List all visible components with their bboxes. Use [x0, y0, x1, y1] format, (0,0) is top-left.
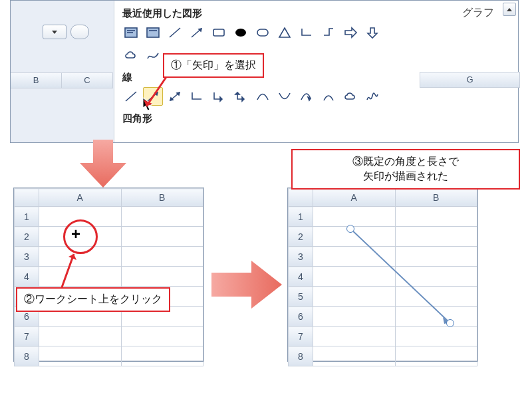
cloud-icon[interactable] — [121, 46, 141, 65]
col-a[interactable]: A — [313, 189, 396, 207]
rect-icon[interactable] — [209, 23, 229, 42]
grid-before[interactable]: A B 1 2 3 4 5 6 7 8 — [14, 188, 203, 366]
callout-3: ③既定の角度と長さで矢印が描画された — [291, 149, 520, 190]
row-8[interactable]: 8 — [289, 346, 313, 366]
elbow-both-icon[interactable] — [231, 87, 251, 106]
quick-dropdown[interactable] — [43, 25, 66, 39]
row-2[interactable]: 2 — [15, 227, 39, 247]
line2-icon[interactable] — [121, 87, 141, 106]
svg-marker-11 — [279, 28, 290, 37]
triangle-icon[interactable] — [275, 23, 295, 42]
crosshair-cursor: + — [71, 225, 80, 243]
elbow2-icon[interactable] — [319, 23, 338, 42]
svg-line-28 — [62, 254, 74, 287]
row-7[interactable]: 7 — [15, 327, 39, 346]
elbow-icon[interactable] — [297, 23, 317, 42]
svg-line-5 — [170, 28, 180, 37]
curve1-icon[interactable] — [253, 87, 273, 106]
elbow3-icon[interactable] — [187, 87, 207, 106]
scribble-icon[interactable] — [362, 87, 382, 106]
textbox2-icon[interactable] — [143, 23, 163, 42]
svg-rect-3 — [147, 28, 159, 37]
svg-line-14 — [126, 92, 136, 101]
svg-rect-8 — [213, 29, 224, 36]
line-icon[interactable] — [165, 23, 185, 42]
lines-row — [121, 86, 511, 108]
sheet-header-peek: B C — [11, 72, 113, 88]
row-5[interactable]: 5 — [289, 287, 313, 307]
group-recent: 最近使用した図形 — [121, 3, 511, 22]
svg-point-9 — [235, 29, 246, 37]
svg-marker-27 — [80, 140, 126, 188]
curve-arrow-icon[interactable] — [297, 87, 317, 106]
process-arrow-down — [76, 140, 130, 190]
worksheet-before: A B 1 2 3 4 5 6 7 8 — [13, 188, 204, 362]
recent-shapes-row — [121, 22, 511, 45]
downarrow-icon[interactable] — [362, 23, 382, 42]
col-b[interactable]: B — [121, 189, 203, 207]
col-c: C — [62, 73, 113, 88]
row-8[interactable]: 8 — [15, 346, 39, 366]
row-3[interactable]: 3 — [289, 247, 313, 267]
col-a[interactable]: A — [39, 189, 122, 207]
col-b: B — [11, 73, 62, 88]
process-arrow-right — [211, 258, 285, 311]
row-4[interactable]: 4 — [289, 267, 313, 287]
svg-marker-20 — [220, 97, 222, 101]
callout2-pointer — [57, 250, 83, 290]
cloud2-icon[interactable] — [340, 87, 360, 106]
col-g: G — [420, 72, 520, 88]
svg-marker-21 — [242, 97, 244, 101]
callout-2: ②ワークシート上をクリック — [16, 287, 170, 312]
svg-marker-30 — [211, 261, 282, 309]
svg-marker-22 — [235, 92, 239, 94]
svg-marker-12 — [345, 28, 356, 37]
callout1-pointer — [142, 72, 172, 112]
arc-icon[interactable] — [319, 87, 338, 106]
roundrect-icon[interactable] — [253, 23, 273, 42]
row-6[interactable]: 6 — [289, 307, 313, 327]
curve2-icon[interactable] — [275, 87, 295, 106]
oval-icon[interactable] — [231, 23, 251, 42]
col-b[interactable]: B — [395, 189, 477, 207]
row-7[interactable]: 7 — [289, 327, 313, 346]
drawn-arrow-shape[interactable] — [344, 223, 458, 329]
row-2[interactable]: 2 — [289, 227, 313, 247]
corner-cell[interactable] — [289, 189, 313, 207]
freeform-icon[interactable] — [143, 46, 163, 65]
ribbon-tab-chart[interactable]: グラフ — [462, 6, 494, 20]
row-3[interactable]: 3 — [15, 247, 39, 267]
svg-line-25 — [146, 73, 169, 106]
shape-handle-end[interactable] — [446, 319, 454, 327]
arrow-line-icon[interactable] — [187, 23, 207, 42]
quick-shape[interactable] — [70, 25, 89, 39]
row-4[interactable]: 4 — [15, 267, 39, 287]
row-1[interactable]: 1 — [15, 207, 39, 227]
corner-cell[interactable] — [15, 189, 39, 207]
callout-1: ①「矢印」を選択 — [163, 53, 264, 78]
shape-handle-start[interactable] — [346, 225, 354, 233]
elbow-arrow-icon[interactable] — [209, 87, 229, 106]
ribbon-gutter: B C — [11, 1, 114, 142]
svg-line-31 — [350, 228, 450, 323]
textbox-icon[interactable] — [121, 23, 141, 42]
scroll-up-button[interactable] — [503, 3, 516, 16]
callout-3-text: ③既定の角度と長さで矢印が描画された — [352, 156, 459, 182]
svg-rect-10 — [257, 29, 268, 36]
blockarrow-icon[interactable] — [340, 23, 360, 42]
svg-marker-13 — [368, 28, 377, 38]
row-1[interactable]: 1 — [289, 207, 313, 227]
group-rect: 四角形 — [121, 108, 511, 127]
